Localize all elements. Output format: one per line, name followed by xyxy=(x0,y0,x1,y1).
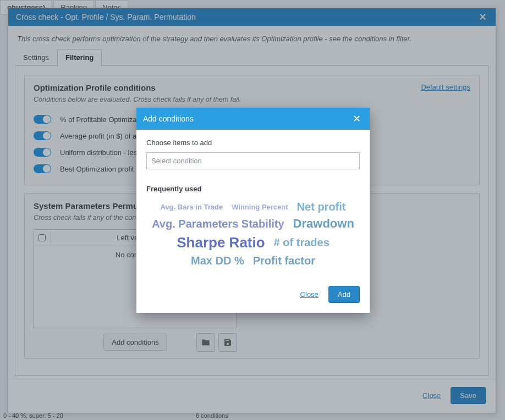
popup-close-link[interactable]: Close xyxy=(300,290,319,299)
popup-title: Add conditions xyxy=(143,114,350,123)
cloud-net-profit[interactable]: Net profit xyxy=(297,201,346,213)
choose-items-label: Choose items to add xyxy=(146,139,360,147)
condition-select-input[interactable] xyxy=(146,152,360,169)
cloud-avg-params-stability[interactable]: Avg. Parameters Stability xyxy=(152,218,284,230)
cloud-max-dd[interactable]: Max DD % xyxy=(191,255,244,267)
tag-cloud: Avg. Bars in Trade Winning Percent Net p… xyxy=(146,201,360,275)
frequently-used-label: Frequently used xyxy=(146,185,360,193)
cloud-drawdown[interactable]: Drawdown xyxy=(293,217,354,231)
cloud-profit-factor[interactable]: Profit factor xyxy=(253,255,315,267)
popup-add-button[interactable]: Add xyxy=(328,286,360,303)
close-icon[interactable]: ✕ xyxy=(350,113,363,125)
popup-titlebar: Add conditions ✕ xyxy=(136,108,370,130)
cloud-sharpe-ratio[interactable]: Sharpe Ratio xyxy=(177,234,265,251)
cloud-num-trades[interactable]: # of trades xyxy=(274,236,330,249)
cloud-avg-bars[interactable]: Avg. Bars in Trade xyxy=(160,203,223,211)
popup-footer: Close Add xyxy=(136,280,370,313)
cloud-winning-percent[interactable]: Winning Percent xyxy=(232,203,288,211)
add-conditions-popup: Add conditions ✕ Choose items to add Fre… xyxy=(136,108,370,313)
